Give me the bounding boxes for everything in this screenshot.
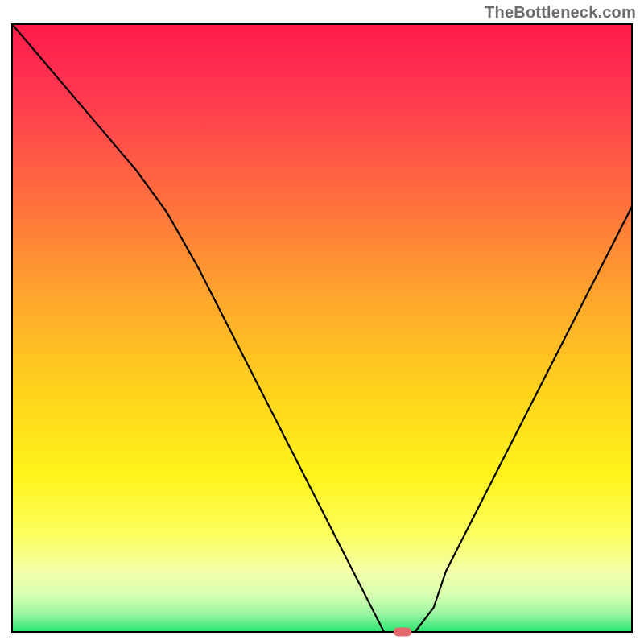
watermark-text: TheBottleneck.com	[485, 3, 636, 22]
chart-container: TheBottleneck.com	[0, 0, 644, 644]
optimal-marker	[394, 628, 411, 637]
bottleneck-chart	[0, 0, 644, 644]
plot-background	[12, 24, 632, 632]
